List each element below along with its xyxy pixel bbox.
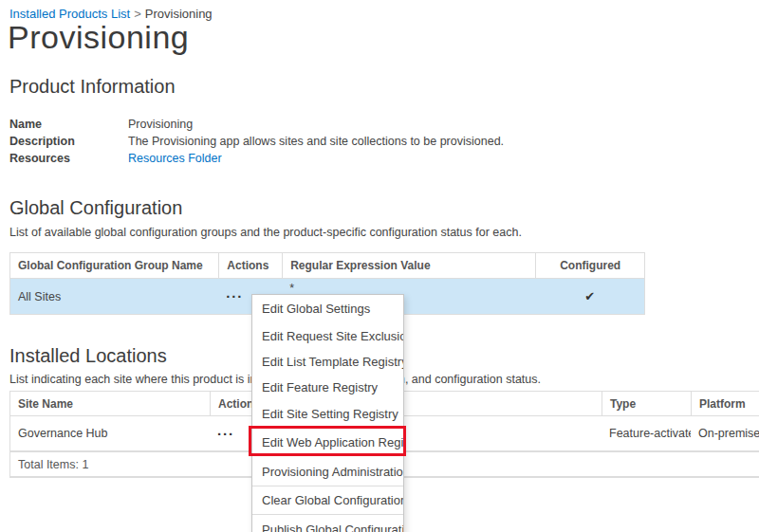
global-configuration-heading: Global Configuration bbox=[9, 197, 182, 219]
menu-item-edit-list-template-registry[interactable]: Edit List Template Registry bbox=[252, 349, 403, 375]
field-label-description: Description bbox=[9, 135, 128, 148]
field-value-name: Provisioning bbox=[128, 118, 193, 131]
menu-item-edit-web-application-registry[interactable]: Edit Web Application Registry bbox=[252, 428, 403, 457]
cell-type: Feature-activated bbox=[602, 416, 691, 450]
product-information-fields: Name Provisioning Description The Provis… bbox=[9, 116, 504, 167]
field-row-name: Name Provisioning bbox=[9, 116, 504, 133]
menu-item-edit-site-setting-registry[interactable]: Edit Site Setting Registry bbox=[252, 400, 403, 428]
configured-check-icon: ✔ bbox=[584, 289, 595, 303]
menu-item-edit-global-settings[interactable]: Edit Global Settings bbox=[252, 295, 403, 322]
column-header-group-name: Global Configuration Group Name bbox=[10, 253, 218, 278]
page-title: Provisioning bbox=[8, 19, 189, 56]
field-row-description: Description The Provisioning app allows … bbox=[9, 133, 504, 150]
column-header-actions: Actions bbox=[218, 253, 282, 278]
product-information-heading: Product Information bbox=[9, 76, 176, 98]
resources-folder-link[interactable]: Resources Folder bbox=[128, 152, 222, 165]
menu-item-provisioning-administration[interactable]: Provisioning Administration bbox=[252, 457, 403, 486]
actions-ellipsis-icon[interactable]: ··· bbox=[217, 427, 234, 441]
menu-item-clear-global-configuration[interactable]: Clear Global Configuration bbox=[252, 486, 403, 515]
field-label-name: Name bbox=[9, 118, 128, 131]
cell-platform: On-premises bbox=[691, 416, 759, 450]
cell-group-name: All Sites bbox=[10, 279, 218, 314]
column-header-platform: Platform bbox=[691, 392, 759, 415]
column-header-type: Type bbox=[602, 392, 691, 415]
actions-context-menu: Edit Global Settings Edit Request Site E… bbox=[251, 294, 404, 532]
actions-ellipsis-icon[interactable]: ··· bbox=[226, 289, 243, 303]
menu-item-edit-request-site-exclusions[interactable]: Edit Request Site Exclusions bbox=[252, 322, 403, 349]
field-row-resources: Resources Resources Folder bbox=[9, 150, 504, 167]
global-configuration-description: List of available global configuration g… bbox=[9, 226, 522, 239]
column-header-regular-expression-value: Regular Expression Value bbox=[282, 253, 535, 278]
menu-item-edit-feature-registry[interactable]: Edit Feature Registry bbox=[252, 375, 403, 400]
field-label-resources: Resources bbox=[9, 152, 128, 165]
installed-locations-heading: Installed Locations bbox=[9, 345, 167, 367]
cell-site-name: Governance Hub bbox=[10, 416, 210, 450]
field-value-description: The Provisioning app allows sites and si… bbox=[128, 135, 504, 148]
column-header-configured: Configured bbox=[535, 253, 644, 278]
column-header-site-name: Site Name bbox=[10, 392, 210, 415]
menu-item-publish-global-configuration[interactable]: Publish Global Configuration bbox=[252, 515, 403, 532]
page: Installed Products List>Provisioning Pro… bbox=[0, 0, 759, 532]
global-configuration-table-header: Global Configuration Group Name Actions … bbox=[9, 252, 645, 279]
